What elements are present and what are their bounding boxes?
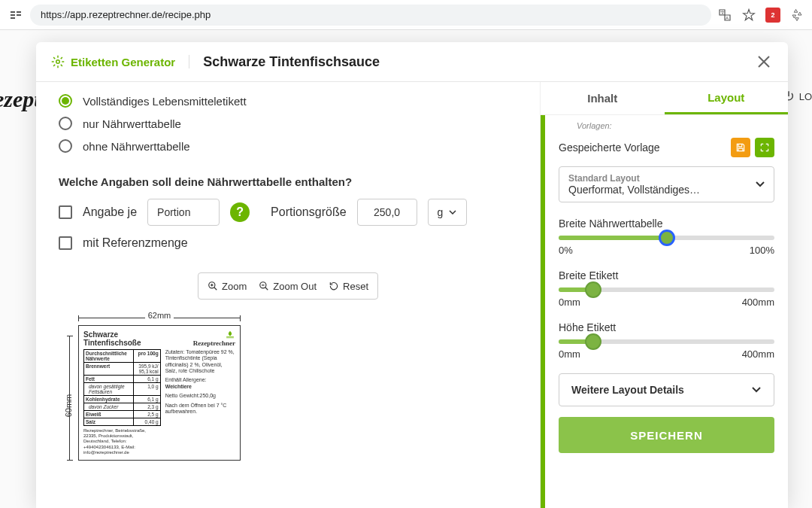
svg-rect-0	[11, 11, 15, 13]
svg-rect-1	[11, 14, 15, 16]
preview-column: 62mm Schwarze Tintenfischsoße Durchschni…	[78, 306, 517, 461]
saved-row: Gespeicherte Vorlage	[559, 138, 774, 157]
layout-select[interactable]: Standard Layout Querformat, Vollständige…	[559, 166, 774, 202]
tabs: Inhalt Layout	[541, 82, 788, 115]
svg-rect-3	[17, 11, 21, 13]
label-preview: Schwarze Tintenfischsoße Durchschnittlic…	[78, 325, 241, 461]
ref-row: mit Referenzmenge	[59, 236, 517, 250]
checkbox-ref[interactable]	[59, 236, 72, 250]
help-icon[interactable]: ?	[230, 202, 250, 222]
tab-layout[interactable]: Layout	[665, 82, 789, 114]
chevron-down-icon	[449, 210, 456, 214]
tab-inhalt[interactable]: Inhalt	[541, 82, 665, 114]
checkbox-angabe-je[interactable]	[59, 205, 72, 219]
nutrition-table: Durchschnittliche Nährwertepro 100g Bren…	[83, 349, 161, 426]
svg-text:A: A	[726, 16, 729, 20]
expand-icon	[759, 142, 770, 153]
browser-icons: 文A 2	[717, 8, 804, 23]
generator-label: Etiketten Generator	[51, 55, 189, 68]
svg-rect-11	[226, 338, 234, 339]
ref-label: mit Referenzmenge	[83, 236, 188, 250]
save-icon	[735, 142, 746, 153]
extension-icon[interactable]: 2	[765, 8, 780, 23]
radio-icon	[59, 117, 72, 130]
expand-button[interactable]	[755, 138, 774, 157]
close-icon[interactable]	[755, 53, 773, 71]
slider-table-width: Breite Nährwerttabelle 0%100%	[559, 217, 774, 256]
more-details-button[interactable]: Weitere Layout Details	[559, 373, 774, 406]
per-row: Angabe je Portion ? Portionsgröße 250,0 …	[59, 199, 517, 226]
star-icon[interactable]	[741, 8, 756, 23]
portionsize-label: Portionsgröße	[271, 205, 347, 219]
right-pane: Inhalt Layout Vorlagen: Gespeicherte Vor…	[540, 82, 788, 508]
zoom-controls: Zoom Zoom Out Reset	[198, 272, 378, 300]
left-pane: Vollständiges Lebensmitteletikett nur Nä…	[36, 82, 540, 508]
ruler-vertical: 60mm	[59, 306, 78, 461]
save-template-button[interactable]	[731, 138, 750, 157]
scroll-indicator	[541, 115, 545, 508]
slider-label: Höhe Etikett	[559, 321, 774, 333]
right-scroll: Vorlagen: Gespeicherte Vorlage Standard …	[541, 115, 788, 508]
slider-label-height: Höhe Etikett 0mm400mm	[559, 321, 774, 360]
browser-bar: https://app.rezeptrechner.de/recipe.php …	[0, 0, 812, 30]
slider-label: Breite Nährwerttabelle	[559, 217, 774, 230]
modal-header: Etiketten Generator Schwarze Tintenfisch…	[36, 42, 788, 82]
preview-footer: Rezeptrechner, Betriebsstraße, 22335, Pr…	[83, 428, 161, 455]
radio-full-label[interactable]: Vollständiges Lebensmitteletikett	[59, 90, 517, 112]
section-question: Welche Angaben soll deine Nährwerttabell…	[59, 175, 517, 188]
svg-rect-2	[11, 17, 15, 19]
zoom-out-button[interactable]: Zoom Out	[259, 281, 317, 292]
slider-thumb[interactable]	[659, 230, 675, 246]
svg-text:文: 文	[720, 10, 725, 15]
preview-title: Schwarze Tintenfischsoße	[83, 330, 161, 347]
slider-label-width: Breite Etikett 0mm400mm	[559, 269, 774, 308]
svg-point-7	[56, 60, 60, 64]
preview-area: 60mm 62mm Schwarze Tintenfischsoße Durch…	[59, 306, 517, 461]
zoom-in-button[interactable]: Zoom	[208, 281, 247, 292]
slider-thumb[interactable]	[585, 281, 601, 298]
slider-track[interactable]	[559, 236, 774, 240]
zoom-in-icon	[208, 281, 218, 291]
slider-track[interactable]	[559, 287, 774, 292]
save-button[interactable]: SPEICHERN	[559, 417, 774, 453]
slider-label: Breite Etikett	[559, 269, 774, 281]
recipe-title: Schwarze Tintenfischsauce	[203, 54, 380, 70]
portion-select[interactable]: Portion	[147, 199, 220, 226]
zoom-out-icon	[259, 281, 269, 291]
radio-icon	[59, 139, 72, 153]
svg-rect-10	[226, 336, 234, 337]
reset-icon	[329, 281, 339, 291]
leaf-icon	[225, 330, 235, 339]
portion-value-input[interactable]: 250,0	[357, 199, 417, 226]
templates-label: Vorlagen:	[559, 121, 774, 130]
saved-label: Gespeicherte Vorlage	[559, 141, 660, 154]
translate-icon[interactable]: 文A	[717, 8, 732, 23]
unit-select[interactable]: g	[428, 199, 467, 226]
modal-body: Vollständiges Lebensmitteletikett nur Nä…	[36, 82, 788, 508]
reset-button[interactable]: Reset	[329, 281, 368, 292]
slider-thumb[interactable]	[585, 333, 601, 350]
recycle-icon[interactable]	[789, 8, 804, 23]
angabe-je-label: Angabe je	[83, 205, 137, 219]
svg-rect-4	[17, 14, 21, 16]
preview-brand: Rezeptrechner	[165, 330, 235, 348]
chevron-down-icon	[751, 387, 762, 393]
gear-icon	[51, 55, 65, 68]
slider-track[interactable]	[559, 339, 774, 344]
radio-only-table[interactable]: nur Nährwerttabelle	[59, 112, 517, 135]
chevron-down-icon	[756, 181, 765, 187]
radio-no-table[interactable]: ohne Nährwerttabelle	[59, 135, 517, 157]
url-text: https://app.rezeptrechner.de/recipe.php	[41, 9, 211, 20]
ruler-horizontal: 62mm	[78, 306, 241, 325]
url-bar[interactable]: https://app.rezeptrechner.de/recipe.php	[30, 5, 711, 26]
site-info-icon[interactable]	[8, 7, 24, 23]
zoom-bar: Zoom Zoom Out Reset	[59, 272, 517, 300]
modal: Etiketten Generator Schwarze Tintenfisch…	[36, 42, 788, 508]
radio-icon	[59, 94, 72, 108]
